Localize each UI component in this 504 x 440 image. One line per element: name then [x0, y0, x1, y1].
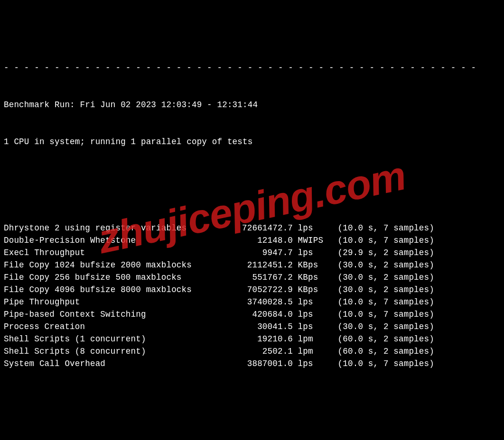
result-value: 19210.6	[223, 333, 293, 345]
result-value: 30041.5	[223, 321, 293, 333]
result-unit: KBps	[293, 259, 328, 271]
result-row: Pipe-based Context Switching420684.0lps(…	[4, 308, 500, 321]
result-name: File Copy 256 bufsize 500 maxblocks	[4, 271, 223, 284]
result-row: Execl Throughput9947.7lps(29.9 s, 2 samp…	[4, 247, 500, 259]
result-unit: lps	[293, 247, 328, 259]
result-name: Double-Precision Whetstone	[4, 234, 223, 247]
result-row: System Call Overhead3887001.0lps(10.0 s,…	[4, 358, 500, 370]
result-row: Double-Precision Whetstone12148.0MWIPS(1…	[4, 234, 500, 247]
blank-line	[4, 173, 500, 185]
result-timing: (10.0 s, 7 samples)	[328, 234, 434, 247]
result-row: File Copy 4096 bufsize 8000 maxblocks705…	[4, 284, 500, 296]
result-timing: (10.0 s, 7 samples)	[328, 358, 434, 370]
result-row: Dhrystone 2 using register variables7266…	[4, 222, 500, 234]
result-timing: (30.0 s, 2 samples)	[328, 284, 434, 296]
result-unit: lps	[293, 296, 328, 308]
result-name: Shell Scripts (1 concurrent)	[4, 333, 223, 345]
result-name: File Copy 4096 bufsize 8000 maxblocks	[4, 284, 223, 296]
cpu-info-line: 1 CPU in system; running 1 parallel copy…	[4, 136, 500, 148]
result-row: File Copy 256 bufsize 500 maxblocks55176…	[4, 271, 500, 284]
result-value: 2502.1	[223, 345, 293, 358]
result-value: 551767.2	[223, 271, 293, 284]
result-value: 3887001.0	[223, 358, 293, 370]
result-unit: lps	[293, 308, 328, 321]
result-name: Shell Scripts (8 concurrent)	[4, 345, 223, 358]
result-timing: (30.0 s, 2 samples)	[328, 259, 434, 271]
result-value: 3740028.5	[223, 296, 293, 308]
result-timing: (10.0 s, 7 samples)	[328, 222, 434, 234]
result-name: Dhrystone 2 using register variables	[4, 222, 223, 234]
result-unit: lps	[293, 222, 328, 234]
result-timing: (30.0 s, 2 samples)	[328, 321, 434, 333]
result-name: File Copy 1024 bufsize 2000 maxblocks	[4, 259, 223, 271]
result-name: Process Creation	[4, 321, 223, 333]
result-unit: lpm	[293, 345, 328, 358]
result-value: 7052722.9	[223, 284, 293, 296]
benchmark-run-line: Benchmark Run: Fri Jun 02 2023 12:03:49 …	[4, 99, 500, 111]
result-name: Execl Throughput	[4, 247, 223, 259]
result-name: Pipe Throughput	[4, 296, 223, 308]
result-name: System Call Overhead	[4, 358, 223, 370]
result-timing: (60.0 s, 2 samples)	[328, 333, 434, 345]
result-unit: MWIPS	[293, 234, 328, 247]
result-row: Process Creation30041.5lps(30.0 s, 2 sam…	[4, 321, 500, 333]
terminal-output: zhujiceping.com - - - - - - - - - - - - …	[0, 0, 504, 440]
result-timing: (60.0 s, 2 samples)	[328, 345, 434, 358]
result-row: Shell Scripts (8 concurrent)2502.1lpm(60…	[4, 345, 500, 358]
result-row: File Copy 1024 bufsize 2000 maxblocks211…	[4, 259, 500, 271]
result-unit: lpm	[293, 333, 328, 345]
result-value: 12148.0	[223, 234, 293, 247]
separator-line: - - - - - - - - - - - - - - - - - - - - …	[4, 62, 500, 74]
result-row: Pipe Throughput3740028.5lps(10.0 s, 7 sa…	[4, 296, 500, 308]
result-name: Pipe-based Context Switching	[4, 308, 223, 321]
result-timing: (10.0 s, 7 samples)	[328, 296, 434, 308]
blank-line	[4, 407, 500, 419]
result-timing: (10.0 s, 7 samples)	[328, 308, 434, 321]
result-value: 9947.7	[223, 247, 293, 259]
result-value: 420684.0	[223, 308, 293, 321]
result-unit: KBps	[293, 271, 328, 284]
result-value: 2112451.2	[223, 259, 293, 271]
result-unit: KBps	[293, 284, 328, 296]
result-row: Shell Scripts (1 concurrent)19210.6lpm(6…	[4, 333, 500, 345]
result-unit: lps	[293, 321, 328, 333]
result-timing: (30.0 s, 2 samples)	[328, 271, 434, 284]
result-unit: lps	[293, 358, 328, 370]
result-timing: (29.9 s, 2 samples)	[328, 247, 434, 259]
result-value: 72661472.7	[223, 222, 293, 234]
